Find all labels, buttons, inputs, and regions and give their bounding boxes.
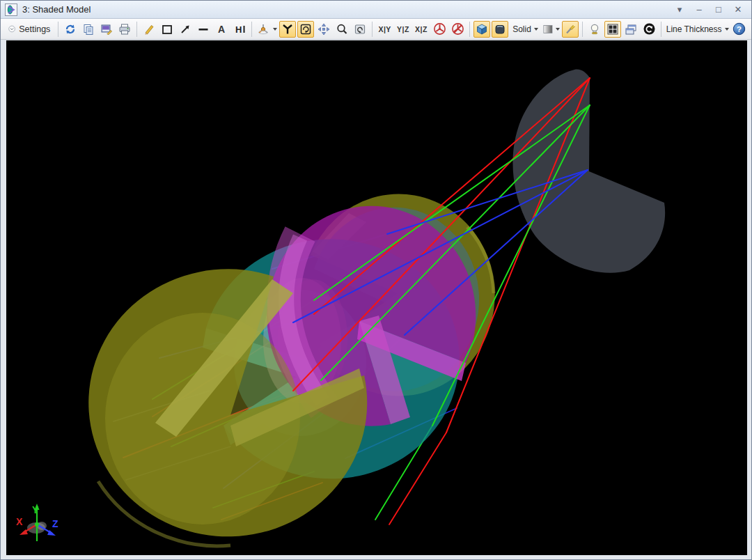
stop-spin-button[interactable]	[449, 21, 466, 38]
solid-render-button[interactable]	[492, 21, 508, 38]
auto-rotate-icon	[643, 22, 656, 36]
titlebar: 3: Shaded Model ▾ – □ ✕	[1, 1, 751, 19]
help-button[interactable]: ?	[731, 21, 748, 38]
dropdown-caret	[556, 28, 560, 31]
reset-view-icon	[354, 23, 366, 36]
maximize-button[interactable]: □	[712, 3, 725, 16]
pan-tool-button[interactable]	[315, 21, 332, 38]
plane-yz-button[interactable]: Y|Z	[395, 21, 412, 38]
line-thickness-dropdown[interactable]: Line Thickness	[665, 21, 730, 38]
pan-icon	[318, 23, 330, 36]
spin-propeller-icon	[433, 22, 446, 36]
zoom-tool-button[interactable]	[334, 21, 350, 38]
minimize-button[interactable]: –	[693, 3, 705, 16]
rotate-tripod-icon	[281, 23, 294, 36]
refresh-icon	[64, 23, 77, 36]
close-button[interactable]: ✕	[732, 3, 744, 16]
shaded-model-window: 3: Shaded Model ▾ – □ ✕ Settings	[0, 0, 752, 560]
text-tool-button[interactable]: A	[213, 21, 230, 38]
plane-xz-label: X|Z	[415, 25, 428, 33]
plane-xz-button[interactable]: X|Z	[413, 21, 430, 38]
fill-gradient-dropdown[interactable]	[542, 21, 561, 38]
axis-z-label: Z	[52, 518, 58, 529]
solid-mode-dropdown[interactable]: Solid	[510, 21, 541, 38]
image-surface	[512, 70, 665, 273]
cube-icon	[476, 23, 488, 36]
help-glyph: ?	[737, 25, 742, 33]
four-pane-icon	[606, 23, 619, 36]
copy-icon	[82, 23, 95, 36]
plane-yz-label: Y|Z	[397, 25, 409, 33]
plane-xy-label: X|Y	[378, 25, 391, 33]
dropdown-caret	[725, 28, 729, 31]
rotate-tool-button[interactable]	[279, 21, 296, 38]
text-height-tool-button[interactable]: H	[231, 21, 248, 38]
settings-label: Settings	[19, 24, 50, 34]
window-controls: ▾ – □ ✕	[673, 3, 744, 16]
line-thickness-label: Line Thickness	[666, 24, 722, 34]
plane-xy-button[interactable]: X|Y	[376, 21, 393, 38]
show-cube-button[interactable]	[473, 21, 490, 38]
print-button[interactable]	[116, 21, 133, 38]
axis-x-label: X	[16, 516, 23, 527]
line-icon	[197, 23, 210, 36]
separator	[251, 22, 252, 37]
wand-button[interactable]	[562, 21, 579, 38]
solid-mode-label: Solid	[512, 24, 531, 34]
arrow-tool-button[interactable]	[177, 21, 194, 38]
help-icon: ?	[733, 22, 746, 36]
stop-spin-icon	[451, 22, 464, 36]
axis-triad: X Y Z	[16, 504, 58, 541]
settings-button[interactable]: Settings	[4, 21, 54, 38]
cascade-windows-button[interactable]	[622, 21, 639, 38]
export-image-button[interactable]	[98, 21, 115, 38]
dropdown-caret	[534, 28, 538, 31]
rectangle-tool-button[interactable]	[159, 21, 175, 38]
pencil-icon	[143, 23, 155, 36]
window-lens-icon	[5, 3, 17, 16]
separator	[582, 22, 583, 37]
auto-rotate-button[interactable]	[641, 21, 657, 38]
orientation-dropdown-button[interactable]	[256, 21, 278, 38]
window-menu-button[interactable]: ▾	[673, 3, 686, 16]
separator	[58, 22, 58, 37]
copy-button[interactable]	[80, 21, 97, 38]
lamp-icon	[588, 23, 601, 36]
arrow-icon	[179, 23, 191, 36]
svg-text:H: H	[235, 24, 242, 34]
dropdown-caret	[273, 28, 277, 31]
four-pane-layout-button[interactable]	[604, 21, 621, 38]
shaded-model-scene: X Y Z	[6, 40, 747, 555]
separator	[469, 22, 470, 37]
separator	[136, 22, 137, 37]
settings-chevron-icon	[8, 23, 15, 35]
pencil-annotate-button[interactable]	[141, 21, 157, 38]
axis-y-label: Y	[32, 504, 39, 515]
solid-object-icon	[494, 23, 506, 36]
export-image-icon	[100, 23, 113, 36]
separator	[372, 22, 373, 37]
window-title: 3: Shaded Model	[22, 4, 673, 15]
refresh-button[interactable]	[62, 21, 79, 38]
line-tool-button[interactable]	[195, 21, 212, 38]
separator	[661, 22, 661, 37]
rotate-z-tool-button[interactable]	[297, 21, 314, 38]
wand-icon	[564, 23, 577, 36]
spin-button[interactable]	[431, 21, 448, 38]
rectangle-icon	[161, 23, 173, 36]
cascade-windows-icon	[625, 23, 637, 36]
reset-view-button[interactable]	[352, 21, 368, 38]
toolbar: Settings	[1, 19, 751, 40]
axis-origin	[35, 522, 39, 527]
text-height-icon: H	[233, 23, 246, 36]
print-icon	[118, 23, 131, 36]
shaded-model-viewport[interactable]: X Y Z	[6, 40, 747, 555]
rotate-z-icon	[299, 23, 312, 36]
magnifier-icon	[336, 23, 348, 36]
text-tool-label: A	[218, 24, 226, 35]
lighting-button[interactable]	[586, 21, 603, 38]
gradient-swatch-icon	[543, 24, 553, 35]
orientation-indicator-icon	[256, 23, 270, 36]
